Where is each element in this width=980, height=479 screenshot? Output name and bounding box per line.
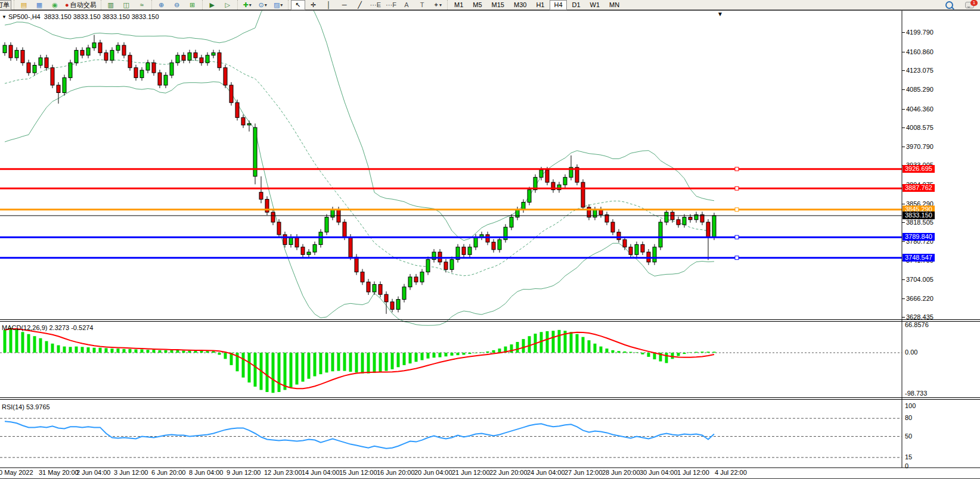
candle-body	[367, 282, 370, 292]
candle-body	[420, 272, 424, 282]
zoom-in-button[interactable]: ⊕	[154, 0, 169, 10]
rsi-indicator-label: RSI(14) 53.9765	[2, 403, 50, 410]
fibonacci-icon: ⋯F	[386, 1, 396, 9]
candle-body	[361, 272, 364, 282]
zoom-out-button[interactable]: ⊖	[170, 0, 184, 10]
horizontal-line-button[interactable]: ─	[337, 0, 352, 10]
text-label-button[interactable]: T	[415, 0, 429, 10]
candle-body	[194, 53, 197, 58]
candle-body	[563, 178, 567, 185]
time-tick-label: 9 Jun 12:00	[227, 469, 261, 476]
candle-body	[510, 217, 513, 228]
periods-button[interactable]: ⊙▾	[256, 0, 270, 10]
candle-body	[528, 190, 531, 203]
candle-body	[212, 53, 215, 55]
timeframe-m1-button[interactable]: M1	[450, 0, 467, 10]
timeframe-m15-button[interactable]: M15	[488, 0, 508, 10]
fibonacci-button[interactable]: ⋯F	[384, 0, 398, 10]
candle-body	[224, 68, 227, 85]
candle-body	[611, 222, 615, 232]
candle-body	[86, 48, 90, 55]
crosshair-button[interactable]: ✛	[306, 0, 321, 10]
autotrading-button[interactable]: ●自动交易	[63, 0, 98, 10]
timeframe-d1-button[interactable]: D1	[568, 0, 585, 10]
candle-body	[45, 58, 48, 68]
chart-shift-marker[interactable]: ▼	[717, 11, 723, 17]
time-tick-label: 30 Jun 04:00	[640, 469, 678, 476]
signal-button[interactable]: ◉	[48, 0, 62, 10]
price-tick-label: 4123.075	[906, 67, 934, 74]
search-button[interactable]	[942, 0, 956, 10]
bollinger-lower-band	[5, 82, 714, 325]
text-label-icon: T	[420, 1, 424, 9]
line-chart-button[interactable]: ≈	[135, 0, 149, 10]
time-tick-label: 28 Jun 20:00	[602, 469, 640, 476]
rsi-tick-label: 80	[905, 414, 912, 421]
line-handle[interactable]	[735, 208, 739, 211]
chat-badge: 1	[970, 0, 978, 6]
trading-terminal-window: 订单▤▦◉●自动交易▥◫≈⊕⊖⊞▶▷✚▾⊙▾▨▾↖✛│─╱⋯E⋯FAT✦▾M1M…	[0, 0, 980, 479]
equidistant-channel-button[interactable]: ⋯E	[368, 0, 383, 10]
chart-shift-button[interactable]: ▷	[221, 0, 235, 10]
bar-chart-icon: ▥	[107, 1, 113, 9]
line-handle[interactable]	[735, 186, 739, 190]
candle-body	[134, 68, 138, 78]
candle-body	[581, 182, 585, 207]
candle-body	[170, 63, 173, 75]
chat-icon: 1	[965, 2, 974, 8]
price-tick-label: 3818.505	[906, 219, 934, 226]
trendline-button[interactable]: ╱	[353, 0, 367, 10]
text-icon: A	[404, 1, 408, 9]
chat-button[interactable]: 1	[957, 0, 976, 10]
timeframe-m30-button[interactable]: M30	[510, 0, 531, 10]
macd-signal-line	[5, 329, 714, 388]
chevron-down-icon[interactable]: ▼	[2, 14, 7, 20]
timeframe-mn-button[interactable]: MN	[605, 0, 624, 10]
candle-body	[522, 202, 525, 210]
timeframe-h1-button[interactable]: H1	[532, 0, 548, 10]
candle-body	[188, 53, 191, 61]
line-handle[interactable]	[735, 167, 739, 171]
indicators-button[interactable]: ✚▾	[240, 0, 255, 10]
cursor-button[interactable]: ↖	[291, 0, 305, 10]
candle-body	[402, 287, 406, 300]
line-handle[interactable]	[735, 235, 739, 239]
template-button[interactable]: ▨▾	[271, 0, 286, 10]
new-order-button[interactable]: 订单	[0, 0, 11, 10]
line-handle[interactable]	[735, 256, 739, 260]
chart-window-button[interactable]: ▦	[32, 0, 46, 10]
history-button[interactable]: ▤	[17, 0, 31, 10]
trendline-icon: ╱	[358, 1, 362, 9]
candle-body	[295, 237, 299, 247]
candle-body	[307, 252, 311, 254]
candle-body	[331, 210, 334, 217]
search-icon	[945, 1, 953, 9]
timeframe-m5-button[interactable]: M5	[469, 0, 486, 10]
time-tick-label: 30 May 2022	[0, 469, 33, 476]
timeframe-h4-button[interactable]: H4	[550, 0, 566, 10]
text-button[interactable]: A	[399, 0, 414, 10]
candle-body	[176, 55, 179, 63]
candle-body	[641, 245, 644, 253]
candle-body	[683, 217, 686, 225]
candle-body	[164, 75, 168, 85]
indicators-icon: ✚	[243, 1, 249, 9]
arrows-button[interactable]: ✦▾	[430, 0, 445, 10]
timeframe-w1-button[interactable]: W1	[586, 0, 604, 10]
candle-body	[426, 260, 430, 272]
candle-body	[498, 240, 501, 250]
arrows-icon: ✦	[433, 1, 439, 9]
candle-body	[230, 85, 233, 102]
chart-area[interactable]: ▼SP500-,H4 3833.150 3833.150 3833.150 38…	[0, 11, 980, 479]
autoscroll-button[interactable]: ▶	[205, 0, 219, 10]
tile-windows-button[interactable]: ⊞	[185, 0, 200, 10]
chart-canvas[interactable]	[0, 11, 980, 479]
candlestick-button[interactable]: ◫	[119, 0, 134, 10]
candle-body	[9, 45, 13, 58]
bar-chart-button[interactable]: ▥	[104, 0, 118, 10]
candle-body	[653, 247, 656, 262]
candle-body	[235, 102, 239, 117]
vertical-line-button[interactable]: │	[322, 0, 336, 10]
candle-body	[3, 45, 7, 53]
candle-body	[75, 50, 78, 63]
